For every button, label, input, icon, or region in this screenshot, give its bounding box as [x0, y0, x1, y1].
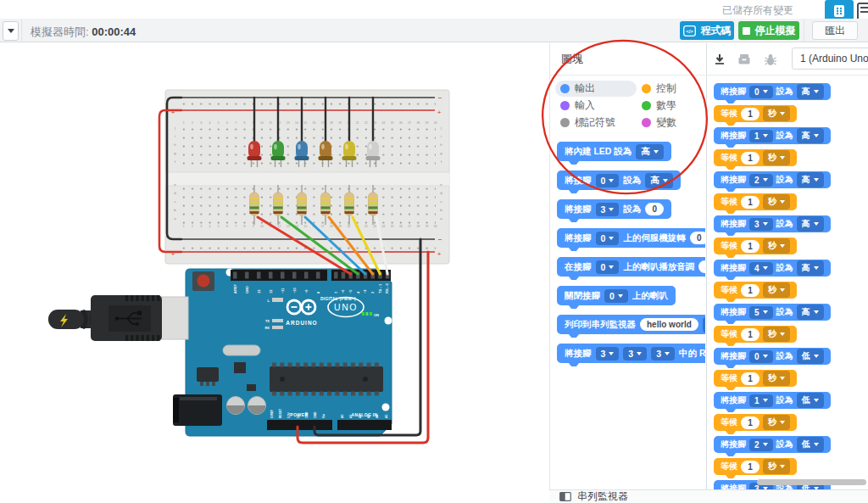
block-dropdown[interactable]: 高: [797, 84, 824, 99]
palette-block[interactable]: 將接腳0上的伺服機旋轉0度: [557, 228, 705, 248]
workspace-block[interactable]: 將接腳0設為高: [714, 83, 831, 100]
stop-simulation-button[interactable]: 停止模擬: [738, 21, 799, 40]
palette-block[interactable]: 關閉接腳0上的喇叭: [557, 286, 676, 305]
block-input[interactable]: 1: [741, 461, 760, 473]
palette-category-1[interactable]: 控制: [637, 81, 701, 97]
block-dropdown[interactable]: 秒: [763, 371, 790, 386]
block-dropdown[interactable]: 高: [645, 173, 673, 188]
block-dropdown[interactable]: 3: [651, 347, 675, 360]
block-dropdown[interactable]: 秒: [763, 150, 790, 165]
palette-block[interactable]: 將接腳3設為0: [557, 199, 671, 219]
block-dropdown[interactable]: 包含以下: [703, 317, 705, 333]
block-dropdown[interactable]: 1: [749, 394, 773, 407]
block-dropdown[interactable]: 秒: [763, 194, 790, 210]
workspace-block[interactable]: 將接腳2設為高: [714, 171, 831, 188]
workspace-block[interactable]: 等候1秒: [714, 458, 797, 475]
block-input[interactable]: 0: [690, 232, 705, 244]
block-dropdown[interactable]: 低: [797, 349, 824, 364]
workspace-block[interactable]: 等候1秒: [714, 414, 797, 431]
workspace-block[interactable]: 將接腳0設為低: [714, 348, 831, 365]
block-dropdown[interactable]: 高: [636, 144, 664, 159]
palette-block[interactable]: 將內建 LED 設為高: [557, 142, 671, 161]
debug-button[interactable]: [762, 51, 779, 68]
block-dropdown[interactable]: 秒: [763, 327, 790, 342]
palette-category-2[interactable]: 輸入: [555, 98, 637, 114]
block-input[interactable]: 1: [741, 108, 760, 120]
arduino-uno-board[interactable]: AREFGND1312~11~10~987~6~54~32TX→1RX←0IOR…: [173, 269, 392, 437]
code-button[interactable]: </> 程式碼: [680, 21, 734, 40]
horizontal-scrollbar[interactable]: [757, 479, 866, 485]
workspace-block[interactable]: 等候1秒: [714, 238, 797, 254]
palette-block[interactable]: 將接腳333中的 RG: [557, 344, 705, 363]
block-dropdown[interactable]: 3: [623, 347, 647, 360]
block-input[interactable]: hello world: [640, 318, 698, 331]
workspace-block[interactable]: 等候1秒: [714, 370, 797, 387]
block-dropdown[interactable]: 秒: [763, 106, 790, 121]
palette-category-3[interactable]: 數學: [637, 98, 701, 114]
block-dropdown[interactable]: 秒: [763, 238, 790, 254]
breadboard[interactable]: jjiihhggffeeddccbbaa11223344556677889910…: [159, 90, 449, 264]
block-dropdown[interactable]: 秒: [763, 459, 790, 474]
palette-category-0[interactable]: 輸出: [555, 81, 637, 97]
block-dropdown[interactable]: 0: [749, 350, 773, 363]
palette-category-5[interactable]: 變數: [637, 115, 701, 131]
block-dropdown[interactable]: 高: [797, 260, 824, 276]
block-dropdown[interactable]: 高: [797, 305, 824, 320]
serial-monitor-bar[interactable]: 串列監視器: [549, 489, 868, 503]
block-dropdown[interactable]: 0: [596, 232, 620, 245]
block-dropdown[interactable]: 3: [596, 347, 620, 360]
download-code-button[interactable]: [711, 51, 728, 68]
block-dropdown[interactable]: 低: [797, 437, 824, 452]
export-button[interactable]: 匯出: [812, 21, 858, 40]
block-dropdown[interactable]: 高: [797, 216, 824, 232]
power-header[interactable]: [267, 420, 332, 430]
workspace-block[interactable]: 等候1秒: [714, 326, 797, 343]
block-input[interactable]: 1: [741, 196, 760, 209]
block-input[interactable]: 1: [741, 284, 760, 297]
library-button[interactable]: [736, 51, 753, 68]
atmega-chip[interactable]: [270, 363, 383, 396]
block-dropdown[interactable]: 5: [749, 306, 773, 319]
block-dropdown[interactable]: 0: [596, 260, 620, 274]
workspace-block[interactable]: 等候1秒: [714, 105, 797, 122]
block-dropdown[interactable]: 低: [797, 393, 824, 408]
block-input[interactable]: 1: [741, 152, 760, 165]
block-dropdown[interactable]: 0: [749, 86, 773, 98]
block-dropdown[interactable]: 2: [749, 439, 773, 451]
block-input[interactable]: 1: [741, 328, 760, 341]
workspace-block[interactable]: 將接腳1設為高: [714, 127, 831, 144]
usb-cable[interactable]: [48, 295, 188, 341]
palette-category-4[interactable]: 標記符號: [555, 115, 637, 131]
block-dropdown[interactable]: 秒: [763, 282, 790, 298]
block-dropdown[interactable]: 2: [749, 174, 773, 187]
block-dropdown[interactable]: 高: [797, 172, 824, 187]
canvas-menu-button[interactable]: [3, 21, 19, 41]
block-input[interactable]: 60: [698, 260, 705, 273]
block-dropdown[interactable]: 高: [797, 128, 824, 143]
palette-block[interactable]: 列印到串列監視器hello world包含以下: [557, 315, 705, 334]
block-input[interactable]: 1: [741, 240, 760, 253]
workspace-block[interactable]: 等候1秒: [714, 193, 797, 210]
workspace-block[interactable]: 將接腳5設為高: [714, 304, 831, 321]
board-selector[interactable]: 1 (Arduino Uno: [792, 48, 868, 70]
palette-block[interactable]: 將接腳0設為高: [557, 170, 681, 190]
block-dropdown[interactable]: 3: [749, 218, 773, 231]
workspace-block[interactable]: 等候1秒: [714, 149, 797, 166]
workspace-block[interactable]: 將接腳2設為低: [714, 436, 831, 453]
block-dropdown[interactable]: 4: [749, 262, 773, 275]
analog-header[interactable]: [337, 420, 392, 430]
workspace-block[interactable]: 將接腳3設為高: [714, 215, 831, 232]
reset-button[interactable]: [192, 271, 214, 291]
block-input[interactable]: 0: [645, 203, 664, 215]
palette-block[interactable]: 在接腳0上的喇叭播放音調60長: [557, 257, 705, 277]
block-dropdown[interactable]: 3: [596, 203, 620, 216]
block-dropdown[interactable]: 0: [596, 174, 620, 187]
workspace-block[interactable]: 將接腳1設為低: [714, 392, 831, 409]
block-dropdown[interactable]: 秒: [763, 415, 790, 430]
workspace-block[interactable]: 等候1秒: [714, 282, 797, 299]
block-dropdown[interactable]: 1: [749, 130, 773, 143]
block-dropdown[interactable]: 0: [604, 289, 628, 303]
circuit-canvas[interactable]: jjiihhggffeeddccbbaa11223344556677889910…: [0, 43, 549, 503]
block-input[interactable]: 1: [741, 372, 760, 385]
workspace-block[interactable]: 將接腳4設為高: [714, 260, 831, 277]
